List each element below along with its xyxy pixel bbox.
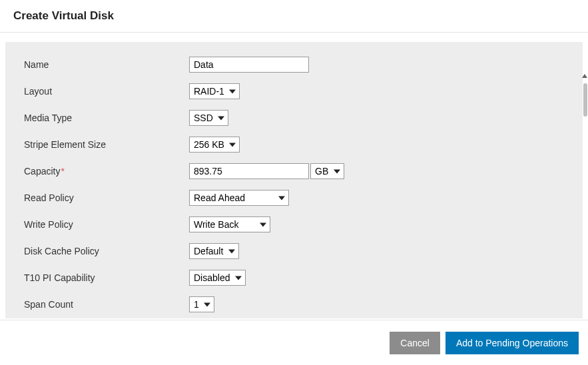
row-t10pi: T10 PI Capability Disabled (24, 270, 564, 286)
row-capacity: Capacity* GB (24, 163, 564, 179)
write-policy-select[interactable]: Write Back (189, 216, 270, 232)
media-type-select[interactable]: SSD (189, 110, 228, 126)
media-type-select-wrap: SSD (189, 110, 228, 126)
form-panel: Name Layout RAID-1 Media Type SSD Stripe… (5, 42, 583, 318)
capacity-input-group: GB (189, 163, 344, 179)
disk-cache-select[interactable]: Default (189, 243, 239, 259)
stripe-size-select[interactable]: 256 KB (189, 137, 240, 153)
label-name: Name (24, 59, 189, 70)
label-stripe-size: Stripe Element Size (24, 139, 189, 150)
read-policy-select[interactable]: Read Ahead (189, 190, 289, 206)
add-to-pending-button[interactable]: Add to Pending Operations (445, 332, 579, 354)
span-count-select[interactable]: 1 (189, 296, 214, 312)
scroll-thumb[interactable] (583, 83, 587, 117)
cancel-button[interactable]: Cancel (390, 332, 440, 354)
capacity-unit-select[interactable]: GB (310, 163, 344, 179)
row-read-policy: Read Policy Read Ahead (24, 190, 564, 206)
capacity-unit-select-wrap: GB (310, 163, 344, 179)
label-layout: Layout (24, 86, 189, 97)
dialog-title: Create Virtual Disk (0, 0, 588, 33)
label-capacity-text: Capacity (24, 166, 60, 177)
write-policy-select-wrap: Write Back (189, 216, 270, 232)
label-capacity: Capacity* (24, 166, 189, 177)
row-media-type: Media Type SSD (24, 110, 564, 126)
row-span-count: Span Count 1 (24, 296, 564, 312)
dialog-footer: Cancel Add to Pending Operations (0, 320, 588, 365)
row-write-policy: Write Policy Write Back (24, 216, 564, 232)
read-policy-select-wrap: Read Ahead (189, 190, 289, 206)
form-container: Name Layout RAID-1 Media Type SSD Stripe… (0, 33, 588, 318)
layout-select[interactable]: RAID-1 (189, 83, 240, 99)
t10pi-select-wrap: Disabled (189, 270, 246, 286)
label-disk-cache: Disk Cache Policy (24, 246, 189, 256)
row-disk-cache: Disk Cache Policy Default (24, 243, 564, 259)
label-write-policy: Write Policy (24, 219, 189, 230)
label-span-count: Span Count (24, 299, 189, 310)
row-layout: Layout RAID-1 (24, 83, 564, 99)
row-stripe-size: Stripe Element Size 256 KB (24, 137, 564, 153)
required-mark: * (61, 166, 64, 177)
span-count-select-wrap: 1 (189, 296, 214, 312)
layout-select-wrap: RAID-1 (189, 83, 240, 99)
scroll-up-icon[interactable] (581, 74, 588, 78)
stripe-size-select-wrap: 256 KB (189, 137, 240, 153)
label-t10pi: T10 PI Capability (24, 272, 189, 283)
row-name: Name (24, 57, 564, 73)
name-input[interactable] (189, 57, 309, 73)
label-read-policy: Read Policy (24, 192, 189, 203)
t10pi-select[interactable]: Disabled (189, 270, 246, 286)
capacity-input[interactable] (189, 163, 309, 179)
label-media-type: Media Type (24, 113, 189, 123)
disk-cache-select-wrap: Default (189, 243, 239, 259)
